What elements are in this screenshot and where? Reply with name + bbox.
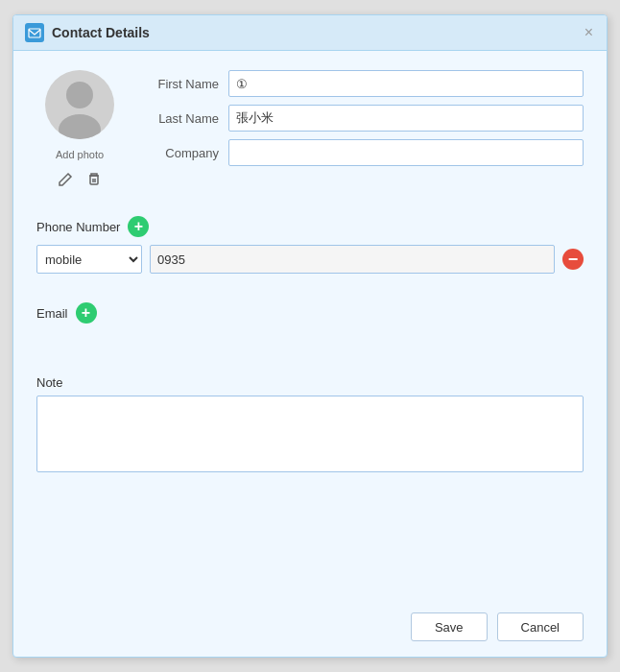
trash-icon <box>86 172 102 187</box>
add-phone-button[interactable]: + <box>128 216 149 237</box>
email-section-label: Email <box>36 306 68 321</box>
cancel-button[interactable]: Cancel <box>497 612 584 641</box>
spacer3 <box>36 356 584 366</box>
dialog-body: Add photo <box>13 51 607 603</box>
first-name-row: First Name <box>142 70 584 97</box>
spacer1 <box>36 293 584 302</box>
add-phone-icon: + <box>134 219 143 234</box>
svg-rect-0 <box>29 29 40 37</box>
avatar-area: Add photo <box>36 70 123 193</box>
svg-rect-3 <box>90 176 98 184</box>
avatar-circle <box>45 70 114 139</box>
title-bar: Contact Details × <box>13 15 607 51</box>
note-label: Note <box>36 375 584 390</box>
remove-phone-icon: − <box>568 251 579 268</box>
close-button[interactable]: × <box>583 25 595 40</box>
note-textarea[interactable] <box>36 396 584 472</box>
remove-phone-button[interactable]: − <box>562 249 584 270</box>
spacer2 <box>36 347 584 356</box>
phone-section-label: Phone Number <box>36 220 120 234</box>
phone-section-header: Phone Number + <box>36 216 584 237</box>
company-row: Company <box>142 139 584 166</box>
add-email-button[interactable]: + <box>76 302 97 324</box>
dialog-title: Contact Details <box>52 25 150 40</box>
svg-point-1 <box>66 82 93 108</box>
dialog-footer: Save Cancel <box>13 603 607 657</box>
delete-photo-button[interactable] <box>84 170 104 193</box>
company-input[interactable] <box>228 139 584 166</box>
avatar-silhouette <box>45 70 114 139</box>
note-section: Note <box>36 375 584 475</box>
last-name-row: Last Name <box>142 105 584 132</box>
app-icon <box>25 23 44 42</box>
last-name-label: Last Name <box>142 111 219 126</box>
spacer4 <box>36 366 584 375</box>
phone-section: Phone Number + mobile home work other − <box>36 216 584 277</box>
title-bar-left: Contact Details <box>25 23 150 42</box>
email-section-header: Email + <box>36 302 584 324</box>
phone-number-input[interactable] <box>150 245 555 274</box>
contact-details-dialog: Contact Details × Add photo <box>12 14 608 658</box>
company-label: Company <box>142 146 219 160</box>
first-name-label: First Name <box>142 77 219 91</box>
phone-type-select[interactable]: mobile home work other <box>36 245 142 274</box>
top-section: Add photo <box>36 70 584 193</box>
edit-photo-button[interactable] <box>56 170 75 193</box>
phone-row: mobile home work other − <box>36 245 584 274</box>
avatar-actions <box>56 170 104 193</box>
form-fields: First Name Last Name Company <box>142 70 584 166</box>
svg-point-2 <box>59 114 101 139</box>
add-email-icon: + <box>82 305 90 321</box>
edit-icon <box>58 172 73 187</box>
first-name-input[interactable] <box>228 70 584 97</box>
add-photo-label: Add photo <box>56 149 104 160</box>
email-section: Email + <box>36 302 584 331</box>
last-name-input[interactable] <box>228 105 584 132</box>
save-button[interactable]: Save <box>411 612 488 641</box>
